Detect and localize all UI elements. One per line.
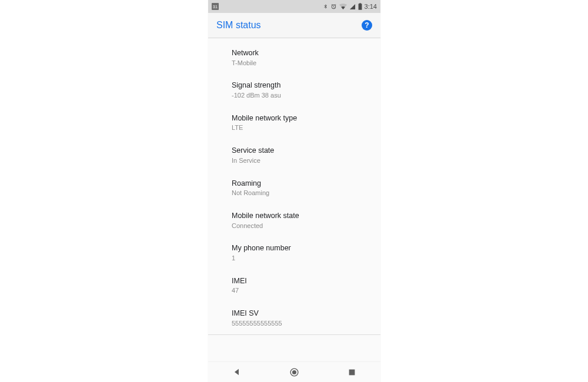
wifi-icon xyxy=(339,4,347,9)
row-value: 47 xyxy=(232,287,371,295)
status-bar: 31 3:14 xyxy=(208,0,380,13)
row-label: Mobile network type xyxy=(232,114,371,123)
row-mobile-network-state[interactable]: Mobile network state Connected xyxy=(208,205,380,237)
row-value: Not Roaming xyxy=(232,189,371,197)
row-value: Connected xyxy=(232,222,371,230)
sim-status-list[interactable]: Network T-Mobile Signal strength -102 dB… xyxy=(208,38,380,361)
row-label: Service state xyxy=(232,146,371,156)
phone-frame: 31 3:14 SIM status ? xyxy=(208,0,380,382)
recents-icon xyxy=(348,368,356,376)
alarm-icon xyxy=(330,4,337,10)
home-button[interactable] xyxy=(283,364,305,380)
back-button[interactable] xyxy=(226,364,248,380)
bluetooth-icon xyxy=(323,3,328,10)
calendar-icon: 31 xyxy=(212,3,219,10)
row-value: 1 xyxy=(232,254,371,263)
row-value: In Service xyxy=(232,157,371,165)
status-bar-right: 3:14 xyxy=(323,3,377,10)
row-network[interactable]: Network T-Mobile xyxy=(208,42,380,74)
back-icon xyxy=(233,368,241,376)
row-imei-sv[interactable]: IMEI SV 55555555555555 xyxy=(208,302,380,334)
row-roaming[interactable]: Roaming Not Roaming xyxy=(208,172,380,205)
row-value: T-Mobile xyxy=(232,59,371,68)
recents-button[interactable] xyxy=(341,364,362,380)
row-imei[interactable]: IMEI 47 xyxy=(208,270,380,302)
cell-signal-icon xyxy=(349,4,356,10)
row-value: -102 dBm 38 asu xyxy=(232,92,371,100)
divider xyxy=(208,334,380,335)
row-service-state[interactable]: Service state In Service xyxy=(208,139,380,172)
row-label: Roaming xyxy=(232,179,371,189)
row-label: Network xyxy=(232,49,371,58)
row-mobile-network-type[interactable]: Mobile network type LTE xyxy=(208,107,380,139)
svg-rect-2 xyxy=(349,369,355,375)
status-bar-left: 31 xyxy=(212,3,219,10)
battery-icon xyxy=(358,3,362,10)
navigation-bar xyxy=(208,361,380,382)
help-icon[interactable]: ? xyxy=(362,20,372,31)
row-signal-strength[interactable]: Signal strength -102 dBm 38 asu xyxy=(208,74,380,106)
row-label: My phone number xyxy=(232,244,371,253)
row-my-phone-number[interactable]: My phone number 1 xyxy=(208,237,380,269)
row-label: Mobile network state xyxy=(232,212,371,221)
row-value: LTE xyxy=(232,124,371,132)
row-label: IMEI xyxy=(232,277,371,286)
svg-point-1 xyxy=(292,370,296,374)
row-value: 55555555555555 xyxy=(232,320,371,328)
status-clock: 3:14 xyxy=(365,3,377,10)
app-bar: SIM status ? xyxy=(208,13,380,38)
row-label: Signal strength xyxy=(232,81,371,91)
page-title: SIM status xyxy=(216,20,261,31)
row-label: IMEI SV xyxy=(232,309,371,319)
home-icon xyxy=(289,367,299,377)
